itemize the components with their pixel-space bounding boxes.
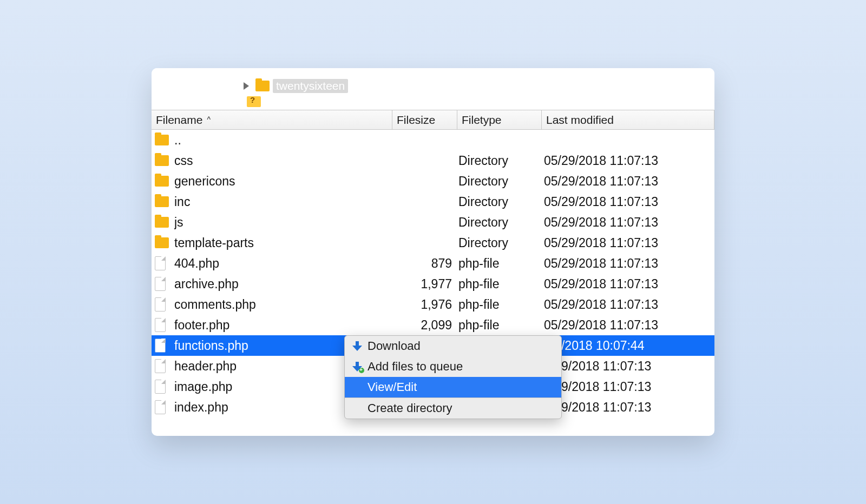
file-name: css [174, 154, 392, 168]
file-type: Directory [456, 195, 542, 209]
directory-tree[interactable]: twentysixteen [152, 68, 714, 110]
file-type: Directory [456, 215, 542, 230]
tree-item-twentysixteen[interactable]: twentysixteen [244, 79, 714, 93]
file-row[interactable]: jsDirectory05/29/2018 11:07:13 [152, 212, 714, 233]
file-modified: 5/29/2018 11:07:13 [542, 400, 714, 415]
column-headers: Filename ^ Filesize Filetype Last modifi… [152, 110, 714, 130]
folder-icon [155, 155, 169, 166]
folder-icon-cell [152, 135, 174, 145]
folder-icon [155, 237, 169, 248]
file-icon-cell [152, 256, 174, 270]
column-header-filetype[interactable]: Filetype [457, 110, 542, 129]
file-size: 1,976 [392, 297, 456, 312]
column-label: Filesize [397, 114, 435, 127]
file-type: php-file [456, 318, 542, 333]
menu-item-create-directory[interactable]: Create directory [345, 398, 561, 419]
file-icon-cell [152, 339, 174, 353]
file-type: Directory [456, 236, 542, 250]
file-name: .. [174, 133, 392, 148]
sort-ascending-icon: ^ [207, 115, 211, 124]
file-type: php-file [456, 277, 542, 291]
file-icon-cell [152, 400, 174, 414]
file-name: archive.php [174, 277, 392, 291]
file-icon [155, 380, 166, 394]
file-name: js [174, 215, 392, 230]
file-modified: 05/29/2018 11:07:13 [542, 174, 714, 189]
file-row[interactable]: comments.php1,976php-file05/29/2018 11:0… [152, 294, 714, 315]
file-type: Directory [456, 154, 542, 168]
file-row[interactable]: template-partsDirectory05/29/2018 11:07:… [152, 233, 714, 253]
file-row[interactable]: genericonsDirectory05/29/2018 11:07:13 [152, 171, 714, 191]
column-header-modified[interactable]: Last modified [542, 110, 714, 129]
folder-icon [155, 176, 169, 187]
file-modified: 05/29/2018 11:07:13 [542, 277, 714, 291]
file-manager-window: twentysixteen Filename ^ Filesize Filety… [152, 68, 714, 436]
file-icon [155, 318, 166, 332]
file-size: 879 [392, 256, 456, 271]
tree-item-label: twentysixteen [273, 79, 348, 93]
file-type: Directory [456, 174, 542, 189]
file-icon-cell [152, 380, 174, 394]
file-name: comments.php [174, 297, 392, 312]
column-header-filename[interactable]: Filename ^ [152, 110, 392, 129]
file-icon-cell [152, 297, 174, 311]
file-modified: 05/29/2018 11:07:13 [542, 236, 714, 250]
folder-icon [155, 217, 169, 228]
file-icon-cell [152, 277, 174, 291]
menu-label: View/Edit [368, 380, 417, 394]
folder-icon-cell [152, 237, 174, 248]
file-modified: 05/29/2018 11:07:13 [542, 318, 714, 333]
column-label: Filetype [462, 114, 502, 127]
file-row[interactable]: cssDirectory05/29/2018 11:07:13 [152, 150, 714, 171]
column-header-filesize[interactable]: Filesize [392, 110, 457, 129]
menu-label: Add files to queue [368, 360, 463, 374]
menu-item-download[interactable]: Download [345, 336, 561, 356]
file-row[interactable]: 404.php879php-file05/29/2018 11:07:13 [152, 253, 714, 274]
file-modified: 5/29/2018 11:07:13 [542, 380, 714, 394]
file-modified: 05/29/2018 11:07:13 [542, 297, 714, 312]
menu-item-view-edit[interactable]: View/Edit [345, 377, 561, 397]
file-type: php-file [456, 256, 542, 271]
file-modified: 05/29/2018 11:07:13 [542, 256, 714, 271]
unknown-folder-icon [247, 96, 261, 107]
folder-icon [255, 81, 270, 91]
add-to-queue-icon [352, 362, 362, 372]
file-type: php-file [456, 297, 542, 312]
file-icon [155, 339, 166, 353]
folder-icon-cell [152, 155, 174, 166]
download-icon [352, 341, 362, 351]
file-row[interactable]: footer.php2,099php-file05/29/2018 11:07:… [152, 315, 714, 335]
file-name: template-parts [174, 236, 392, 250]
file-modified: 05/29/2018 11:07:13 [542, 154, 714, 168]
file-name: 404.php [174, 256, 392, 271]
folder-icon [155, 196, 169, 207]
file-name: footer.php [174, 318, 392, 333]
file-modified: 05/29/2018 11:07:13 [542, 195, 714, 209]
disclosure-triangle-icon[interactable] [244, 82, 249, 90]
folder-icon [155, 135, 169, 145]
file-icon [155, 400, 166, 414]
file-name: inc [174, 195, 392, 209]
file-row[interactable]: incDirectory05/29/2018 11:07:13 [152, 191, 714, 212]
file-modified: /13/2018 10:07:44 [542, 339, 714, 353]
file-icon-cell [152, 359, 174, 373]
column-label: Filename [156, 114, 202, 127]
menu-label: Download [368, 339, 421, 353]
context-menu: Download Add files to queue View/Edit Cr… [344, 335, 562, 419]
column-label: Last modified [546, 114, 614, 127]
folder-icon-cell [152, 217, 174, 228]
file-row[interactable]: archive.php1,977php-file05/29/2018 11:07… [152, 274, 714, 294]
file-icon [155, 277, 166, 291]
file-icon [155, 297, 166, 311]
menu-item-add-queue[interactable]: Add files to queue [345, 356, 561, 377]
file-modified: 5/29/2018 11:07:13 [542, 359, 714, 374]
file-icon [155, 359, 166, 373]
file-icon [155, 256, 166, 270]
file-name: genericons [174, 174, 392, 189]
folder-icon-cell [152, 176, 174, 187]
menu-label: Create directory [368, 401, 452, 415]
file-row[interactable]: .. [152, 130, 714, 150]
file-size: 2,099 [392, 318, 456, 333]
file-size: 1,977 [392, 277, 456, 291]
folder-icon-cell [152, 196, 174, 207]
